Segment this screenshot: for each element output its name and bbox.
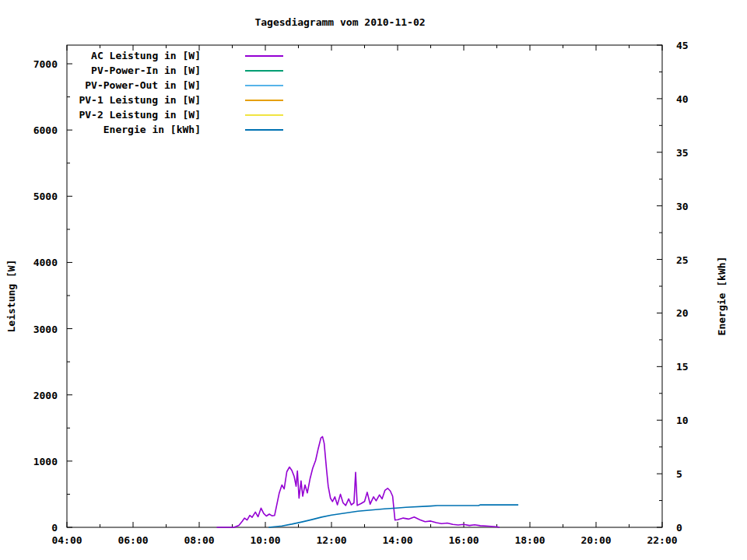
y2-tick-label: 25 bbox=[676, 254, 689, 266]
legend-color-line bbox=[245, 55, 283, 57]
legend-label: PV-1 Leistung in [W] bbox=[67, 94, 201, 106]
series-line-ac-leistung bbox=[217, 436, 500, 527]
y2-tick-label: 40 bbox=[676, 93, 689, 105]
y2-tick-label: 35 bbox=[676, 147, 689, 159]
legend-color-line bbox=[245, 100, 283, 101]
y-tick-label: 1000 bbox=[33, 456, 58, 467]
legend-item: PV-1 Leistung in [W] bbox=[67, 93, 283, 107]
x-tick-label: 08:00 bbox=[184, 534, 214, 546]
legend-label: AC Leistung in [W] bbox=[67, 50, 201, 61]
y-tick-label: 5000 bbox=[33, 191, 58, 202]
legend-label: PV-2 Leistung in [W] bbox=[67, 109, 201, 121]
legend-item: Energie in [kWh] bbox=[67, 122, 283, 137]
x-tick-label: 16:00 bbox=[448, 534, 479, 546]
legend-item: PV-Power-Out in [W] bbox=[67, 78, 283, 93]
legend-item: PV-2 Leistung in [W] bbox=[67, 107, 283, 122]
legend-color-line bbox=[245, 114, 283, 116]
legend-color-line bbox=[245, 70, 283, 72]
x-tick-label: 14:00 bbox=[382, 534, 412, 546]
y-tick-label: 7000 bbox=[33, 58, 58, 70]
y2-tick-label: 0 bbox=[676, 522, 682, 534]
x-tick-label: 20:00 bbox=[580, 534, 611, 546]
legend-label: PV-Power-Out in [W] bbox=[67, 79, 201, 91]
x-tick-label: 18:00 bbox=[514, 534, 545, 546]
y-tick-label: 0 bbox=[51, 522, 58, 534]
legend-item: PV-Power-In in [W] bbox=[67, 63, 283, 78]
y-tick-label: 4000 bbox=[33, 257, 58, 268]
x-tick-label: 22:00 bbox=[647, 534, 677, 546]
y2-tick-label: 20 bbox=[676, 307, 689, 319]
legend-color-line bbox=[245, 85, 283, 86]
legend-item: AC Leistung in [W] bbox=[67, 48, 283, 63]
y2-tick-label: 10 bbox=[676, 415, 689, 426]
y2-tick-label: 15 bbox=[676, 361, 689, 373]
y2-tick-label: 5 bbox=[676, 468, 682, 480]
y-tick-label: 3000 bbox=[33, 324, 58, 335]
x-tick-label: 04:00 bbox=[51, 534, 82, 546]
x-tick-label: 10:00 bbox=[250, 534, 280, 546]
legend: AC Leistung in [W]PV-Power-In in [W]PV-P… bbox=[67, 48, 283, 137]
y2-tick-label: 45 bbox=[676, 40, 689, 51]
x-tick-label: 12:00 bbox=[316, 534, 346, 546]
legend-color-line bbox=[245, 129, 283, 131]
legend-label: Energie in [kWh] bbox=[67, 124, 201, 135]
legend-label: PV-Power-In in [W] bbox=[67, 65, 201, 76]
y-tick-label: 6000 bbox=[33, 124, 58, 136]
daily-pv-chart: Tagesdiagramm vom 2010-11-02 Leistung [W… bbox=[0, 0, 747, 560]
series-line-energie bbox=[268, 505, 518, 527]
y2-tick-label: 30 bbox=[676, 201, 689, 212]
y-tick-label: 2000 bbox=[33, 390, 58, 401]
x-tick-label: 06:00 bbox=[117, 534, 148, 546]
